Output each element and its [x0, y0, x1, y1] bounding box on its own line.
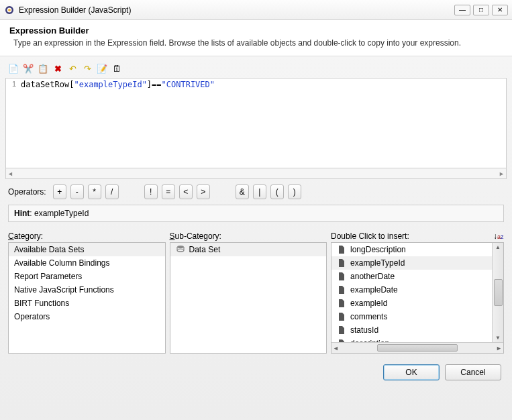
category-item[interactable]: Available Data Sets — [9, 243, 165, 256]
hint-bar: Hint: exampleTypeId — [8, 205, 504, 222]
dialog-content: 📄 ✂️ 📋 ✖ ↶ ↷ 📝 🗓 1 dataSetRow["exampleTy… — [0, 56, 512, 420]
operators-row: Operators: + - * / ! = < > & | ( ) — [5, 179, 507, 205]
insert-column: Double Click to insert: ↓az longDescript… — [331, 231, 504, 354]
close-button[interactable]: ✕ — [492, 5, 508, 15]
insert-item[interactable]: anotherDate — [331, 270, 492, 283]
operators-label: Operators: — [8, 187, 46, 197]
maximize-button[interactable]: □ — [473, 5, 489, 15]
file-icon — [337, 272, 346, 281]
cancel-button[interactable]: Cancel — [445, 364, 501, 380]
calendar-icon[interactable]: 🗓 — [111, 63, 122, 74]
hint-value: exampleTypeId — [34, 209, 89, 218]
subcategory-column: Sub-Category: Data Set — [170, 231, 327, 354]
op-minus[interactable]: - — [70, 185, 84, 199]
svg-point-2 — [8, 9, 11, 11]
insert-label: Double Click to insert: — [331, 231, 409, 241]
insert-vscroll[interactable]: ▲▼ — [492, 243, 503, 342]
sort-az-icon[interactable]: ↓az — [493, 231, 504, 242]
subcategory-label: S — [170, 231, 175, 241]
category-item[interactable]: Available Column Bindings — [9, 256, 165, 270]
op-rparen[interactable]: ) — [288, 185, 301, 199]
hint-label: Hint — [14, 209, 30, 218]
insert-list[interactable]: longDescription exampleTypeId anotherDat… — [331, 242, 504, 354]
op-not[interactable]: ! — [144, 185, 158, 199]
op-equals[interactable]: = — [162, 185, 175, 199]
title-bar: Expression Builder (JavaScript) — □ ✕ — [0, 0, 512, 20]
op-or[interactable]: | — [253, 185, 266, 199]
insert-item[interactable]: exampleTypeId — [331, 256, 492, 270]
op-plus[interactable]: + — [53, 185, 66, 199]
file-icon — [337, 325, 346, 335]
copy-icon[interactable]: 📄 — [8, 63, 19, 74]
file-icon — [337, 285, 346, 295]
op-multiply[interactable]: * — [88, 185, 101, 199]
editor-toolbar: 📄 ✂️ 📋 ✖ ↶ ↷ 📝 🗓 — [5, 62, 507, 78]
dialog-subtitle: Type an expression in the Expression fie… — [9, 38, 503, 48]
dialog-buttons: OK Cancel — [5, 356, 507, 380]
delete-icon[interactable]: ✖ — [52, 63, 63, 74]
svg-point-4 — [177, 249, 184, 252]
editor-hscroll[interactable]: ◄► — [5, 168, 507, 179]
file-icon — [337, 299, 346, 308]
ok-button[interactable]: OK — [383, 364, 440, 380]
dialog-header: Expression Builder Type an expression in… — [0, 20, 512, 56]
insert-hscroll[interactable]: ◄► — [331, 342, 503, 353]
svg-point-3 — [177, 246, 184, 248]
validate-icon[interactable]: 📝 — [97, 63, 107, 74]
file-icon — [337, 245, 346, 254]
op-and[interactable]: & — [236, 185, 249, 199]
insert-item[interactable]: comments — [331, 310, 492, 323]
category-item[interactable]: Report Parameters — [9, 270, 165, 283]
file-icon — [337, 258, 346, 268]
cut-icon[interactable]: ✂️ — [23, 63, 34, 74]
insert-item[interactable]: longDescription — [331, 243, 492, 256]
category-list[interactable]: Available Data Sets Available Column Bin… — [8, 242, 166, 354]
app-icon — [4, 5, 15, 15]
op-greater[interactable]: > — [197, 185, 210, 199]
line-gutter: 1 — [6, 78, 18, 88]
insert-item[interactable]: exampleId — [331, 297, 492, 310]
category-item[interactable]: Operators — [9, 310, 165, 323]
category-label: C — [8, 231, 14, 241]
op-lparen[interactable]: ( — [270, 185, 284, 199]
insert-item[interactable]: statusId — [331, 323, 492, 337]
dataset-icon — [176, 245, 185, 254]
op-divide[interactable]: / — [105, 185, 119, 199]
op-less[interactable]: < — [179, 185, 193, 199]
category-item[interactable]: BIRT Functions — [9, 297, 165, 310]
insert-item[interactable]: exampleDate — [331, 283, 492, 297]
redo-icon[interactable]: ↷ — [82, 63, 93, 74]
subcategory-item[interactable]: Data Set — [170, 243, 327, 256]
dialog-title: Expression Builder — [9, 25, 503, 36]
paste-icon[interactable]: 📋 — [38, 63, 48, 74]
expression-editor[interactable]: 1 dataSetRow["exampleTypeId"]=="CONTRIVE… — [5, 78, 507, 168]
columns-area: Category: Available Data Sets Available … — [5, 222, 507, 356]
file-icon — [337, 312, 346, 321]
minimize-button[interactable]: — — [454, 5, 470, 15]
subcategory-list[interactable]: Data Set — [170, 242, 327, 354]
undo-icon[interactable]: ↶ — [67, 63, 78, 74]
category-column: Category: Available Data Sets Available … — [8, 231, 166, 354]
expression-code[interactable]: dataSetRow["exampleTypeId"]=="CONTRIVED" — [6, 78, 506, 91]
category-item[interactable]: Native JavaScript Functions — [9, 283, 165, 297]
window-title: Expression Builder (JavaScript) — [19, 5, 452, 15]
